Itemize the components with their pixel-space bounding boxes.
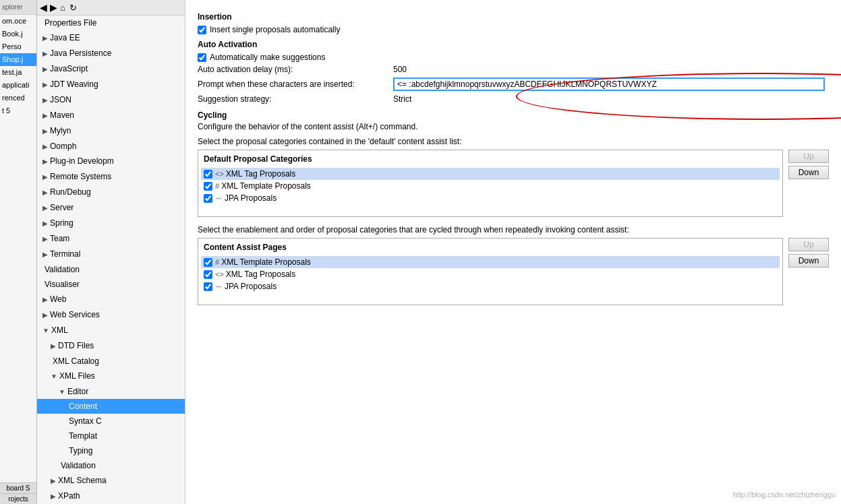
auto-suggestions-checkbox[interactable] <box>198 53 206 62</box>
ca-xml-tag-label: XML Tag Proposals <box>226 270 295 279</box>
content-assist-item-xml-template[interactable]: # XML Template Proposals <box>201 256 780 268</box>
sidebar-item-mylyn[interactable]: ▶Mylyn <box>37 123 185 139</box>
main-content-panel: Insertion Insert single proposals automa… <box>185 0 841 504</box>
arrow-icon: ▶ <box>42 218 48 230</box>
ca-xml-template-checkbox[interactable] <box>204 258 212 267</box>
insert-single-checkbox[interactable] <box>198 26 206 34</box>
left-panel-item[interactable]: applicati <box>0 79 36 92</box>
watermark: http://blog.csdn.net/zhizhenggu <box>733 491 836 499</box>
xml-template-checkbox[interactable] <box>204 182 212 191</box>
left-panel-item[interactable]: Book.j <box>0 28 36 40</box>
sidebar-item-validation2[interactable]: Validation <box>37 458 185 473</box>
default-list-label: Select the proposal categories contained… <box>198 137 829 146</box>
arrow-icon: ▶ <box>42 110 48 122</box>
arrow-icon: ▶ <box>42 141 48 153</box>
strategy-value: Strict <box>393 94 411 104</box>
sidebar-item-properties-file[interactable]: Properties File <box>37 15 185 30</box>
xml-tag-checkbox[interactable] <box>204 170 212 179</box>
strategy-row: Suggestion strategy: Strict <box>198 94 829 104</box>
sidebar-item-web[interactable]: ▶Web <box>37 292 185 307</box>
projects-tab[interactable]: rojects <box>0 494 36 504</box>
sidebar-item-java-persistence[interactable]: ▶Java Persistence <box>37 46 185 61</box>
left-panel-item[interactable]: Perso <box>0 40 36 53</box>
ca-xml-tag-checkbox[interactable] <box>204 270 212 279</box>
forward-icon[interactable]: ▶ <box>50 2 57 13</box>
board-tab[interactable]: board S <box>0 483 36 494</box>
insertion-section-title: Insertion <box>198 12 829 22</box>
sidebar-item-server[interactable]: ▶Server <box>37 200 185 216</box>
left-panel-item[interactable]: test.ja <box>0 66 36 79</box>
back-icon[interactable]: ◀ <box>40 2 47 13</box>
default-down-button[interactable]: Down <box>788 166 829 179</box>
arrow-icon: ▶ <box>42 156 48 168</box>
default-list-header: Default Proposal Categories <box>201 153 780 165</box>
ca-up-button[interactable]: Up <box>788 238 829 251</box>
sidebar-item-xpath[interactable]: ▶XPath <box>37 489 185 504</box>
sidebar-item-oomph[interactable]: ▶Oomph <box>37 139 185 154</box>
sidebar-item-xml[interactable]: ▼XML <box>37 323 185 338</box>
sidebar-item-dtd-files[interactable]: ▶DTD Files <box>37 338 185 354</box>
explorer-label: xplorer <box>2 3 23 11</box>
arrow-icon: ▶ <box>42 125 48 137</box>
prompt-input[interactable] <box>393 77 825 91</box>
sidebar-item-jdt-weaving[interactable]: ▶JDT Weaving <box>37 77 185 92</box>
sidebar-item-java-ee[interactable]: ▶Java EE <box>37 30 185 46</box>
default-list-item-xml-template[interactable]: # XML Template Proposals <box>201 180 780 192</box>
sidebar-item-remote-systems[interactable]: ▶Remote Systems <box>37 169 185 185</box>
default-up-button[interactable]: Up <box>788 150 829 163</box>
sidebar-item-json[interactable]: ▶JSON <box>37 92 185 108</box>
sidebar-item-run-debug[interactable]: ▶Run/Debug <box>37 185 185 200</box>
xml-template-icon: # <box>215 182 219 190</box>
preferences-sidebar: ◀ ▶ ⌂ ↻ Properties File ▶Java EE ▶Java P… <box>37 0 185 504</box>
arrow-icon: ▶ <box>42 187 48 199</box>
sidebar-item-javascript[interactable]: ▶JavaScript <box>37 61 185 77</box>
ca-jpa-checkbox[interactable] <box>204 282 212 291</box>
sidebar-item-maven[interactable]: ▶Maven <box>37 108 185 123</box>
ca-xml-template-icon: # <box>215 258 219 266</box>
default-list-item-xml-tag[interactable]: <> XML Tag Proposals <box>201 168 780 180</box>
ca-jpa-label: JPA Proposals <box>225 282 277 291</box>
cycling-description: Configure the behavior of the content as… <box>198 122 829 131</box>
sidebar-item-xml-schema[interactable]: ▶XML Schema <box>37 473 185 489</box>
delay-value: 500 <box>393 65 407 74</box>
sidebar-item-spring[interactable]: ▶Spring <box>37 216 185 231</box>
sidebar-item-editor[interactable]: ▼Editor <box>37 384 185 400</box>
sidebar-item-syntax-c[interactable]: Syntax C <box>37 414 185 429</box>
sidebar-item-xml-catalog[interactable]: XML Catalog <box>37 354 185 369</box>
sidebar-item-terminal[interactable]: ▶Terminal <box>37 247 185 262</box>
sidebar-item-content[interactable]: Content <box>37 399 185 414</box>
sidebar-item-validation[interactable]: Validation <box>37 262 185 277</box>
sidebar-item-typing[interactable]: Typing <box>37 443 185 458</box>
arrow-icon: ▶ <box>51 475 56 487</box>
arrow-icon: ▶ <box>42 94 48 106</box>
content-assist-item-jpa[interactable]: ↔ JPA Proposals <box>201 280 780 292</box>
refresh-icon[interactable]: ↻ <box>69 3 77 13</box>
ca-down-button[interactable]: Down <box>788 254 829 267</box>
insert-single-row: Insert single proposals automatically <box>198 25 829 34</box>
home-icon[interactable]: ⌂ <box>60 3 65 13</box>
default-proposal-list-box: Default Proposal Categories <> XML Tag P… <box>198 150 783 217</box>
xml-tag-label: XML Tag Proposals <box>226 169 295 179</box>
arrow-icon: ▶ <box>42 48 48 60</box>
content-assist-list-box: Content Assist Pages # XML Template Prop… <box>198 238 783 305</box>
sidebar-item-visualiser[interactable]: Visualiser <box>37 277 185 292</box>
delay-row: Auto activation delay (ms): 500 <box>198 65 829 74</box>
left-panel-item[interactable]: om.oce <box>0 15 36 28</box>
arrow-icon: ▶ <box>42 294 48 306</box>
auto-suggestions-label: Automatically make suggestions <box>210 53 325 62</box>
arrow-icon: ▼ <box>42 325 49 337</box>
jpa-checkbox[interactable] <box>204 194 212 203</box>
arrow-icon: ▶ <box>42 202 48 214</box>
content-assist-item-xml-tag[interactable]: <> XML Tag Proposals <box>201 268 780 280</box>
left-panel-item[interactable]: renced <box>0 92 36 104</box>
sidebar-item-web-services[interactable]: ▶Web Services <box>37 307 185 323</box>
default-list-item-jpa[interactable]: ↔ JPA Proposals <box>201 192 780 204</box>
arrow-icon: ▼ <box>59 386 65 398</box>
sidebar-item-team[interactable]: ▶Team <box>37 231 185 247</box>
left-panel-item[interactable]: t 5 <box>0 104 36 117</box>
sidebar-item-templat[interactable]: Templat <box>37 429 185 443</box>
sidebar-item-plug-in[interactable]: ▶Plug-in Developm <box>37 154 185 169</box>
content-assist-list-section: Content Assist Pages # XML Template Prop… <box>198 238 829 305</box>
sidebar-item-xml-files[interactable]: ▼XML Files <box>37 369 185 384</box>
left-panel-item[interactable]: Shop.j <box>0 53 36 66</box>
